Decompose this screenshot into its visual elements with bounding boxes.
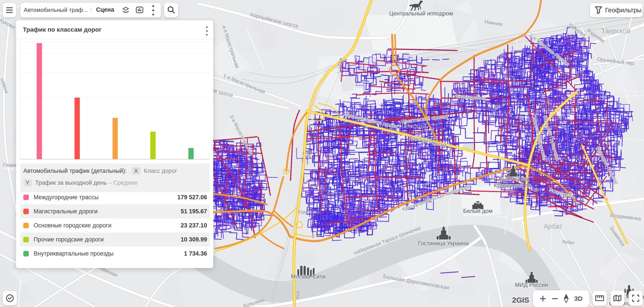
svg-text:Камушки: Камушки [298,209,320,215]
svg-text:Высотка на: Высотка на [499,176,528,182]
svg-text:Белый дом: Белый дом [463,208,492,214]
svg-text:Кудринской пл.: Кудринской пл. [494,182,532,188]
svg-text:Москва-Сити: Москва-Сити [291,273,325,280]
svg-text:Главм: Главм [3,162,17,168]
svg-text:Центральный ипподром: Центральный ипподром [389,10,453,17]
svg-text:Арбат: Арбат [544,222,562,230]
svg-text:ТТК: ТТК [304,149,310,158]
svg-text:Тверской: Тверской [601,27,630,35]
svg-text:Гостиница Украина: Гостиница Украина [418,240,469,246]
svg-text:Пресненский: Пресненский [386,123,426,130]
svg-text:МИД России: МИД России [515,281,548,288]
svg-text:ТТК: ТТК [294,290,300,300]
